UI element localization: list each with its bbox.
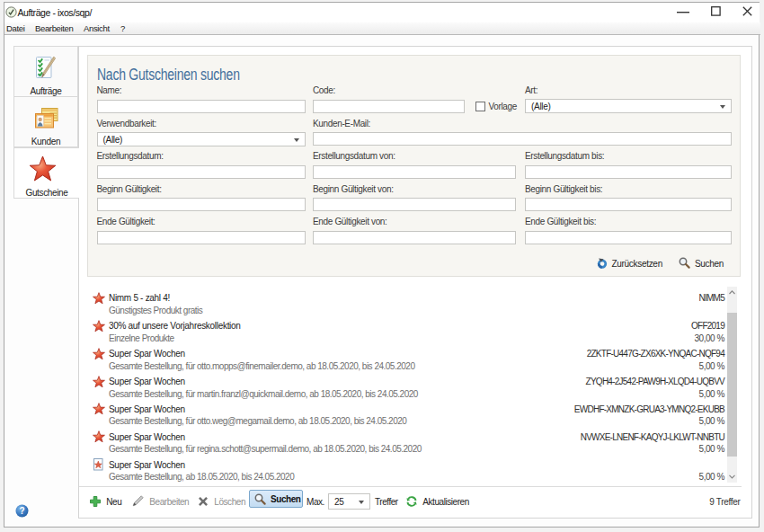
- svg-text:?: ?: [20, 506, 25, 516]
